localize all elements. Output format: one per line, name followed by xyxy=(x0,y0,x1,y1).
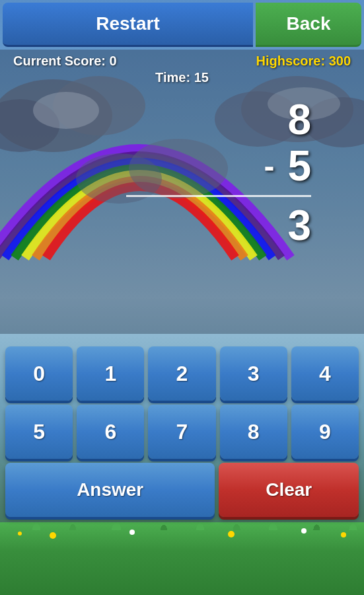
math-divider xyxy=(126,195,311,197)
time-display: Time: 15 xyxy=(7,70,357,85)
key-1[interactable]: 1 xyxy=(77,346,144,401)
svg-point-15 xyxy=(18,532,22,536)
svg-point-13 xyxy=(228,531,235,537)
keypad-row-1: 0 1 2 3 4 xyxy=(5,346,359,401)
math-number1: 8 xyxy=(287,97,311,143)
key-2[interactable]: 2 xyxy=(148,346,215,401)
svg-point-16 xyxy=(341,532,346,537)
answer-button[interactable]: Answer xyxy=(5,463,215,517)
grass xyxy=(0,522,364,595)
action-row: Answer Clear xyxy=(5,463,359,517)
key-3[interactable]: 3 xyxy=(220,346,287,401)
math-answer: 3 xyxy=(287,202,311,249)
flowers xyxy=(0,526,364,542)
svg-point-12 xyxy=(129,530,135,535)
svg-point-14 xyxy=(301,528,307,534)
current-score: Current Score: 0 xyxy=(13,54,117,69)
score-bar: Current Score: 0 Highscore: 300 Time: 15 xyxy=(0,50,364,87)
key-5[interactable]: 5 xyxy=(5,405,73,459)
restart-button[interactable]: Restart xyxy=(3,3,253,47)
math-number2: 5 xyxy=(287,143,311,189)
key-8[interactable]: 8 xyxy=(220,405,287,459)
keypad: 0 1 2 3 4 5 6 7 8 9 Answer Clear xyxy=(0,341,364,522)
math-operator: - xyxy=(264,148,274,184)
keypad-row-2: 5 6 7 8 9 xyxy=(5,405,359,459)
math-problem: 8 - 5 3 xyxy=(0,97,364,249)
highscore: Highscore: 300 xyxy=(256,54,351,69)
key-6[interactable]: 6 xyxy=(77,405,144,459)
key-0[interactable]: 0 xyxy=(5,346,73,401)
back-button[interactable]: Back xyxy=(256,3,361,47)
key-9[interactable]: 9 xyxy=(291,405,359,459)
key-7[interactable]: 7 xyxy=(148,405,215,459)
key-4[interactable]: 4 xyxy=(291,346,359,401)
svg-point-11 xyxy=(50,532,56,539)
header: Restart Back xyxy=(0,0,364,50)
clear-button[interactable]: Clear xyxy=(219,463,359,517)
